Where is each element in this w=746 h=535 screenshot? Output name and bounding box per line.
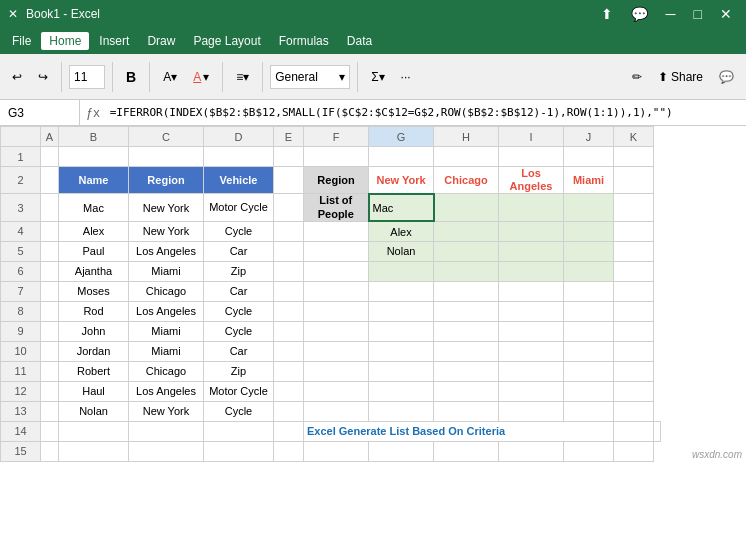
cell-H9[interactable] bbox=[434, 321, 499, 341]
cell-F12[interactable] bbox=[304, 381, 369, 401]
cell-D3[interactable]: Motor Cycle bbox=[204, 194, 274, 221]
cell-J5[interactable] bbox=[564, 241, 614, 261]
cell-B3[interactable]: Mac bbox=[59, 194, 129, 221]
bold-button[interactable]: B bbox=[120, 61, 142, 93]
cell-A14[interactable] bbox=[41, 421, 59, 441]
cell-A9[interactable] bbox=[41, 321, 59, 341]
cell-H2[interactable]: Chicago bbox=[434, 167, 499, 194]
cell-F3[interactable]: List of People bbox=[304, 194, 369, 221]
cell-C7[interactable]: Chicago bbox=[129, 281, 204, 301]
font-color-button[interactable]: A▾ bbox=[187, 61, 215, 93]
cell-A3[interactable] bbox=[41, 194, 59, 221]
font-size-input[interactable] bbox=[69, 65, 105, 89]
cell-C1[interactable] bbox=[129, 147, 204, 167]
cell-J13[interactable] bbox=[564, 401, 614, 421]
cell-I9[interactable] bbox=[499, 321, 564, 341]
cell-K12[interactable] bbox=[614, 381, 654, 401]
menu-data[interactable]: Data bbox=[339, 32, 380, 50]
cell-D5[interactable]: Car bbox=[204, 241, 274, 261]
cell-K7[interactable] bbox=[614, 281, 654, 301]
cell-C4[interactable]: New York bbox=[129, 221, 204, 241]
cell-D7[interactable]: Car bbox=[204, 281, 274, 301]
cell-G5[interactable]: Nolan bbox=[369, 241, 434, 261]
col-D[interactable]: D bbox=[204, 127, 274, 147]
cell-J2[interactable]: Miami bbox=[564, 167, 614, 194]
undo-button[interactable]: ↩ bbox=[6, 61, 28, 93]
cell-B4[interactable]: Alex bbox=[59, 221, 129, 241]
cell-D9[interactable]: Cycle bbox=[204, 321, 274, 341]
cell-B10[interactable]: Jordan bbox=[59, 341, 129, 361]
cell-H10[interactable] bbox=[434, 341, 499, 361]
cell-E11[interactable] bbox=[274, 361, 304, 381]
cell-H8[interactable] bbox=[434, 301, 499, 321]
cell-I1[interactable] bbox=[499, 147, 564, 167]
cell-J14[interactable] bbox=[614, 421, 654, 441]
more-button[interactable]: ··· bbox=[395, 61, 417, 93]
cell-C15[interactable] bbox=[129, 441, 204, 461]
cell-E2[interactable] bbox=[274, 167, 304, 194]
cell-I12[interactable] bbox=[499, 381, 564, 401]
cell-E13[interactable] bbox=[274, 401, 304, 421]
cell-G9[interactable] bbox=[369, 321, 434, 341]
share-ribbon-button[interactable]: ⬆ Share bbox=[652, 61, 709, 93]
cell-H11[interactable] bbox=[434, 361, 499, 381]
cell-I13[interactable] bbox=[499, 401, 564, 421]
cell-I11[interactable] bbox=[499, 361, 564, 381]
cell-K13[interactable] bbox=[614, 401, 654, 421]
cell-B6[interactable]: Ajantha bbox=[59, 261, 129, 281]
col-A[interactable]: A bbox=[41, 127, 59, 147]
menu-page-layout[interactable]: Page Layout bbox=[185, 32, 268, 50]
redo-button[interactable]: ↪ bbox=[32, 61, 54, 93]
cell-E8[interactable] bbox=[274, 301, 304, 321]
cell-E3[interactable] bbox=[274, 194, 304, 221]
cell-G6[interactable] bbox=[369, 261, 434, 281]
cell-I6[interactable] bbox=[499, 261, 564, 281]
cell-F1[interactable] bbox=[304, 147, 369, 167]
cell-C2[interactable]: Region bbox=[129, 167, 204, 194]
cell-H6[interactable] bbox=[434, 261, 499, 281]
col-K[interactable]: K bbox=[614, 127, 654, 147]
cell-G8[interactable] bbox=[369, 301, 434, 321]
cell-E9[interactable] bbox=[274, 321, 304, 341]
cell-C12[interactable]: Los Angeles bbox=[129, 381, 204, 401]
cell-J6[interactable] bbox=[564, 261, 614, 281]
cell-K6[interactable] bbox=[614, 261, 654, 281]
comments-button[interactable]: 💬 bbox=[625, 6, 654, 22]
col-F[interactable]: F bbox=[304, 127, 369, 147]
cell-J8[interactable] bbox=[564, 301, 614, 321]
cell-I7[interactable] bbox=[499, 281, 564, 301]
cell-H7[interactable] bbox=[434, 281, 499, 301]
cell-H1[interactable] bbox=[434, 147, 499, 167]
cell-H13[interactable] bbox=[434, 401, 499, 421]
cell-K9[interactable] bbox=[614, 321, 654, 341]
cell-I5[interactable] bbox=[499, 241, 564, 261]
cell-K5[interactable] bbox=[614, 241, 654, 261]
cell-K3[interactable] bbox=[614, 194, 654, 221]
cell-E12[interactable] bbox=[274, 381, 304, 401]
cell-B5[interactable]: Paul bbox=[59, 241, 129, 261]
cell-J15[interactable] bbox=[564, 441, 614, 461]
cell-I3[interactable] bbox=[499, 194, 564, 221]
cell-F6[interactable] bbox=[304, 261, 369, 281]
col-H[interactable]: H bbox=[434, 127, 499, 147]
align-button[interactable]: ≡▾ bbox=[230, 61, 255, 93]
cell-K14[interactable] bbox=[654, 421, 661, 441]
cell-E15[interactable] bbox=[274, 441, 304, 461]
cell-E14[interactable] bbox=[274, 421, 304, 441]
cell-E4[interactable] bbox=[274, 221, 304, 241]
formula-input[interactable]: =IFERROR(INDEX($B$2:$B$12,SMALL(IF($C$2:… bbox=[106, 106, 746, 119]
cell-I4[interactable] bbox=[499, 221, 564, 241]
cell-F5[interactable] bbox=[304, 241, 369, 261]
cell-J1[interactable] bbox=[564, 147, 614, 167]
cell-F7[interactable] bbox=[304, 281, 369, 301]
cell-H4[interactable] bbox=[434, 221, 499, 241]
format-dropdown[interactable]: General ▾ bbox=[270, 65, 350, 89]
cell-D11[interactable]: Zip bbox=[204, 361, 274, 381]
menu-home[interactable]: Home bbox=[41, 32, 89, 50]
cell-B11[interactable]: Robert bbox=[59, 361, 129, 381]
cell-G2[interactable]: New York bbox=[369, 167, 434, 194]
cell-F11[interactable] bbox=[304, 361, 369, 381]
cell-J4[interactable] bbox=[564, 221, 614, 241]
cell-D8[interactable]: Cycle bbox=[204, 301, 274, 321]
cell-J9[interactable] bbox=[564, 321, 614, 341]
